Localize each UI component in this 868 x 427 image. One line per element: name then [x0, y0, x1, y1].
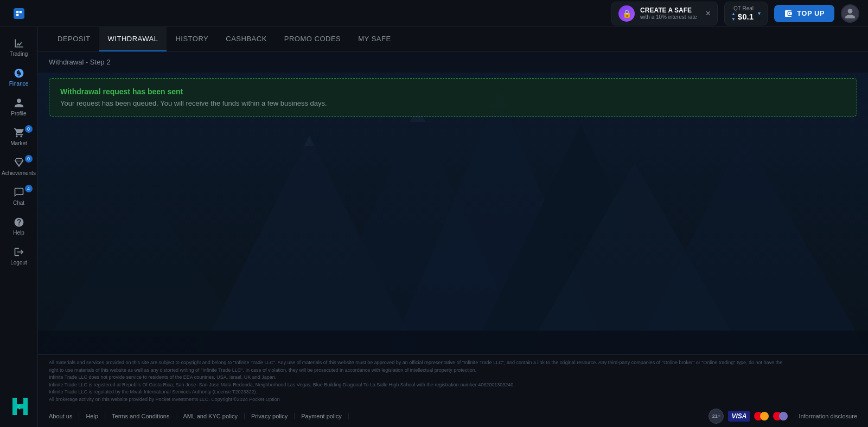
wallet-icon	[784, 9, 793, 18]
sidebar-item-label: Profile	[11, 111, 26, 117]
mc-right-circle	[760, 412, 769, 420]
notification-message: Your request has been queued. You will r…	[60, 99, 846, 107]
maestro-circle-right	[779, 412, 788, 420]
cart-icon	[14, 127, 24, 138]
market-badge: 0	[25, 125, 33, 133]
achievements-badge: 0	[25, 155, 33, 163]
breadcrumb: Withdrawal - Step 2	[38, 51, 868, 73]
safe-banner-subtitle: with a 10% interest rate	[640, 14, 697, 20]
tab-history[interactable]: HISTORY	[167, 27, 217, 51]
tab-cashback[interactable]: CASHBACK	[217, 27, 276, 51]
visa-card-icon: VISA	[728, 411, 750, 422]
breadcrumb-text: Withdrawal - Step 2	[49, 58, 110, 66]
help-icon	[14, 217, 24, 228]
safe-banner: 🔒 CREATE A SAFE with a 10% interest rate…	[611, 2, 718, 25]
maestro-icon	[773, 412, 788, 420]
tab-deposit[interactable]: DEPOSIT	[49, 27, 99, 51]
footer-right: 21+ VISA Information disclosure	[709, 409, 857, 424]
tab-bar: DEPOSIT WITHDRAWAL HISTORY CASHBACK PROM…	[38, 27, 868, 51]
footer-link-information[interactable]: Information disclosure	[792, 413, 857, 419]
balance-arrows: ▲ ▼	[731, 11, 736, 22]
safe-banner-text: CREATE A SAFE with a 10% interest rate	[640, 7, 697, 20]
disclaimer-text-3: Infinite Trade LLC is registered at Repu…	[49, 382, 515, 387]
notification-title: Withdrawal request has been sent	[60, 87, 846, 96]
safe-banner-title: CREATE A SAFE	[640, 7, 697, 14]
person-icon	[14, 98, 24, 108]
disclaimer-text-2: Infinite Trade LLC does not provide serv…	[49, 374, 276, 380]
sidebar-navigation: Trading Finance Profile 0 Market 0	[0, 27, 37, 392]
sidebar-item-label: Finance	[9, 81, 29, 87]
sidebar: Trading Finance Profile 0 Market 0	[0, 0, 38, 427]
logo-icon	[14, 8, 24, 19]
balance-amount: $0.1	[738, 12, 754, 21]
disclaimer-text-4: Infinite Trade LLC is regulated by the M…	[49, 389, 257, 394]
footer: All materials and services provided on t…	[38, 354, 868, 427]
sidebar-item-achievements[interactable]: 0 Achievements	[0, 152, 38, 182]
footer-link-aml[interactable]: AML and KYC policy	[176, 413, 244, 419]
sidebar-item-label: Market	[10, 140, 27, 146]
mastercard-icon	[754, 412, 769, 420]
sidebar-logo[interactable]	[0, 0, 38, 27]
footer-link-privacy[interactable]: Privacy policy	[245, 413, 295, 419]
sidebar-item-market[interactable]: 0 Market	[0, 122, 38, 152]
sidebar-item-profile[interactable]: Profile	[0, 92, 38, 122]
sidebar-item-label: Trading	[10, 51, 28, 57]
chart-icon	[14, 38, 24, 49]
disclaimer-text-1: All materials and services provided on t…	[49, 360, 782, 373]
diamond-icon	[14, 157, 24, 168]
tab-withdrawal[interactable]: WITHDRAWAL	[99, 27, 167, 51]
tab-promo-codes[interactable]: PROMO CODES	[276, 27, 349, 51]
sidebar-item-logout[interactable]: Logout	[0, 241, 38, 271]
footer-disclaimer: All materials and services provided on t…	[38, 355, 797, 405]
footer-links: About us Help Terms and Conditions AML a…	[38, 405, 868, 427]
balance-info: QT Real ▲ ▼ $0.1	[731, 5, 754, 22]
age-restriction-badge: 21+	[709, 409, 724, 424]
sidebar-item-label: Achievements	[2, 170, 36, 176]
sidebar-item-finance[interactable]: Finance	[0, 62, 38, 92]
sidebar-item-chat[interactable]: 4 Chat	[0, 182, 38, 211]
balance-widget[interactable]: QT Real ▲ ▼ $0.1 ▾	[724, 2, 768, 25]
logout-icon	[14, 247, 24, 257]
safe-banner-close-btn[interactable]: ×	[706, 9, 711, 18]
footer-link-about[interactable]: About us	[49, 413, 79, 419]
balance-label: QT Real	[731, 5, 754, 11]
topup-label: TOP UP	[797, 9, 825, 17]
balance-dropdown-icon[interactable]: ▾	[758, 10, 761, 16]
footer-link-terms[interactable]: Terms and Conditions	[105, 413, 176, 419]
sidebar-item-label: Logout	[10, 260, 27, 266]
success-notification: Withdrawal request has been sent Your re…	[49, 78, 857, 117]
chat-badge: 4	[25, 185, 33, 192]
user-avatar[interactable]	[841, 4, 859, 23]
sidebar-item-trading[interactable]: Trading	[0, 33, 38, 62]
sidebar-item-help[interactable]: Help	[0, 211, 38, 241]
sidebar-item-label: Chat	[13, 200, 24, 206]
header: 🔒 CREATE A SAFE with a 10% interest rate…	[38, 0, 868, 27]
chat-icon	[14, 187, 24, 198]
footer-logo-icon	[8, 393, 34, 419]
footer-link-help[interactable]: Help	[79, 413, 105, 419]
footer-logo	[8, 393, 34, 422]
footer-link-payment[interactable]: Payment policy	[295, 413, 349, 419]
topup-button[interactable]: TOP UP	[774, 5, 834, 22]
dollar-icon	[14, 68, 24, 79]
disclaimer-text-5: All brokerage activity on this website p…	[49, 397, 280, 402]
safe-banner-icon: 🔒	[618, 5, 635, 22]
avatar-icon	[844, 8, 856, 20]
tab-my-safe[interactable]: MY SAFE	[349, 27, 399, 51]
sidebar-item-label: Help	[13, 230, 24, 236]
